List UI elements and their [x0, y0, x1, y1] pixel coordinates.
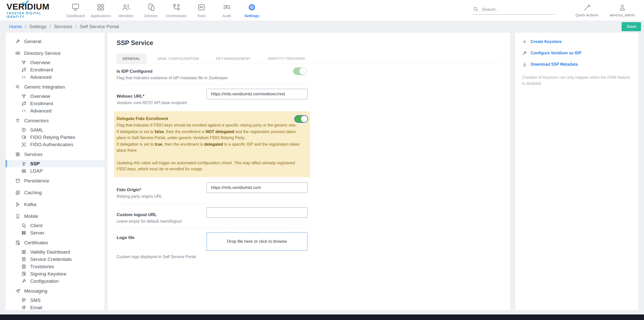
breadcrumb-services[interactable]: Services [54, 24, 72, 29]
fido-origin-label: Fido Origin* [117, 187, 201, 193]
sidebar-item-ldap[interactable]: LDAP [6, 167, 105, 175]
sidebar-item-client[interactable]: Client [6, 222, 105, 229]
quick-actions-button[interactable]: Quick Actions [575, 4, 598, 17]
sidebar-item-generic-integration[interactable]: Generic Integration [6, 83, 105, 91]
logo-file-label: Logo file [117, 235, 201, 241]
sidebar-item-services[interactable]: Services [6, 151, 105, 158]
configure-veridium-as-idp-link[interactable]: Configure Veridium as IDP [522, 51, 631, 56]
sidebar-item-configuration[interactable]: Configuration [6, 277, 105, 285]
gear-icon [247, 3, 256, 12]
sidebar-item-saml[interactable]: SAML [6, 126, 105, 134]
code-icon [21, 108, 26, 113]
websec-url-input[interactable] [207, 89, 308, 99]
sidebar-item-gi-overview[interactable]: Overview [6, 93, 105, 100]
create-keystore-link[interactable]: Create Keystore [522, 39, 631, 44]
nav-item-tools[interactable]: Tools [189, 3, 214, 18]
tab-saml-configuration[interactable]: SAML CONFIGURATION [151, 54, 205, 64]
veridium-logo[interactable]: VERIDIUM TRUSTED DIGITAL IDENTITY [0, 2, 60, 19]
nav-item-audit[interactable]: Audit [214, 3, 239, 18]
network-nodes-icon [21, 94, 26, 99]
sidebar-item-certificates[interactable]: Certificates [6, 239, 105, 246]
chat-bubble-icon [21, 298, 26, 303]
devices-icon [147, 3, 156, 12]
sidebar-item-fido-authenticators[interactable]: FIDO Authenticators [6, 141, 105, 148]
websec-url-label: Websec URL* [117, 93, 201, 99]
home-person-icon [21, 161, 26, 166]
nav-item-devices[interactable]: Devices [139, 3, 164, 18]
user-menu[interactable]: aencica_admin [609, 4, 635, 17]
sidebar-item-gi-enrollment[interactable]: Enrollment [6, 100, 105, 107]
download-ssp-metadata-link[interactable]: Download SSP Metadata [522, 62, 631, 67]
logo-dropzone[interactable]: Drop file here or click to browse [207, 232, 308, 251]
actions-panel: Create Keystore Configure Veridium as ID… [515, 33, 638, 310]
paper-plane-icon [15, 288, 20, 294]
nav-item-dashboard[interactable]: Dashboard [63, 3, 88, 18]
field-logo-file: Logo file Drop file here or click to bro… [117, 228, 308, 264]
sidebar-item-sms[interactable]: SMS [6, 297, 105, 304]
delegate-fido-enrollment-box: Delegate Fido Enrollment Flag that indic… [114, 111, 310, 177]
card-lock-icon [21, 135, 26, 140]
is-idp-toggle[interactable] [293, 67, 307, 75]
search-input[interactable] [482, 7, 542, 12]
sidebar-item-service-credentials[interactable]: Service Credentials [6, 256, 105, 263]
sidebar-item-email[interactable]: Email [6, 304, 105, 310]
toggle-knob [299, 68, 307, 75]
sidebar-item-mobile[interactable]: Mobile [6, 213, 105, 220]
sidebar-item-ds-advanced[interactable]: Advanced [6, 73, 105, 81]
tab-key-management[interactable]: KEY MANAGEMENT [210, 54, 257, 64]
sidebar-item-persistence[interactable]: Persistence [6, 177, 105, 184]
grid-icon [21, 249, 26, 255]
username: aencica_admin [609, 13, 635, 17]
field-custom-logout-url: Custom logout URL Leave empty for defaul… [117, 204, 308, 228]
sidebar-item-general[interactable]: General [6, 38, 105, 45]
breadcrumb-current: Self Service Portal [80, 24, 119, 29]
nav-item-applications[interactable]: Applications [88, 3, 113, 18]
sidebar-item-caching[interactable]: Caching [6, 189, 105, 196]
sidebar-item-directory-service[interactable]: Directory Service [6, 50, 105, 57]
fido-origin-input[interactable] [207, 182, 308, 193]
magic-wand-icon [583, 4, 591, 12]
breadcrumb-settings[interactable]: Settings [29, 24, 47, 29]
plus-icon [522, 39, 527, 44]
socket-icon [15, 118, 20, 123]
store-box-icon [21, 264, 26, 269]
breadcrumb-home[interactable]: Home [9, 24, 22, 29]
database-icon [15, 178, 20, 183]
sidebar-item-kafka[interactable]: Kafka [6, 201, 105, 208]
tab-identity-provider[interactable]: IDENTITY PROVIDER [262, 54, 311, 64]
sidebar-item-server[interactable]: Server [6, 229, 105, 236]
server-icon [21, 230, 26, 235]
kafka-icon [15, 202, 20, 207]
save-button[interactable]: Save [622, 22, 641, 31]
sidebar-item-ds-enrollment[interactable]: Enrollment [6, 66, 105, 73]
sidebar-item-truststores[interactable]: Truststores [6, 263, 105, 270]
download-icon [522, 62, 527, 67]
sidebar-item-ds-overview[interactable]: Overview [6, 59, 105, 66]
sidebar-item-ssp[interactable]: SSP [6, 160, 105, 167]
document-icon [21, 257, 26, 262]
tab-general[interactable]: GENERAL [117, 54, 146, 64]
breadcrumb-row: Home / Settings / Services / Self Servic… [0, 21, 644, 33]
custom-logout-input[interactable] [207, 207, 308, 218]
sidebar-item-signing-keystore[interactable]: Signing Keystore [6, 270, 105, 277]
sidebar-item-connectors[interactable]: Connectors [6, 117, 105, 124]
delegate-fido-line3: If delegation is set to true, then the e… [117, 141, 304, 153]
identities-icon [121, 3, 130, 12]
sidebar-item-validity-dashboard[interactable]: Validity Dashboard [6, 248, 105, 256]
top-nav-items: Dashboard Applications Identities Device… [63, 3, 264, 18]
nav-item-identities[interactable]: Identities [113, 3, 139, 18]
code-icon [21, 74, 26, 80]
sidebar-item-messaging[interactable]: Messaging [6, 287, 105, 295]
nav-item-orchestrator[interactable]: Orchestrator [164, 3, 189, 18]
enrollment-icon [21, 101, 26, 106]
at-sign-icon [21, 305, 26, 310]
sidebar-item-fido-relying-parties[interactable]: FIDO Relying Parties [6, 134, 105, 141]
sidebar-item-gi-advanced[interactable]: Advanced [6, 107, 105, 114]
nav-item-settings[interactable]: Settings [239, 3, 264, 18]
applications-icon [96, 3, 105, 12]
field-websec-url: Websec URL* Veridium core REST API base … [117, 85, 308, 110]
tools-icon [197, 3, 206, 12]
search-box[interactable] [472, 6, 555, 15]
delegate-fido-toggle[interactable] [294, 115, 308, 123]
logo-tagline: TRUSTED DIGITAL IDENTITY [7, 12, 60, 19]
